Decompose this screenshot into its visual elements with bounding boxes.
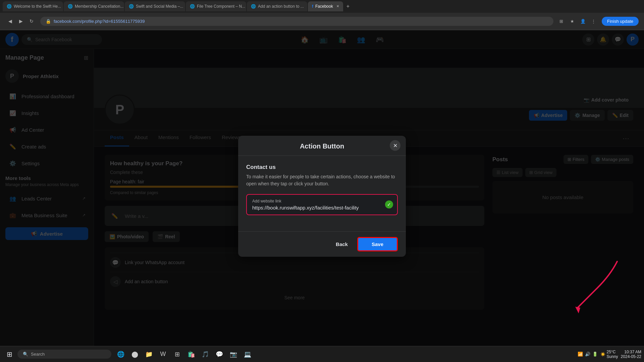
network-icon: 📶 bbox=[578, 352, 583, 357]
forward-nav-button[interactable]: ▶ bbox=[16, 16, 25, 26]
url-valid-icon: ✓ bbox=[385, 200, 393, 208]
address-bar: ◀ ▶ ↻ 🔒 facebook.com/profile.php?id=6155… bbox=[0, 13, 644, 30]
taskbar-weather: ☀️ 25°C Sunny bbox=[600, 350, 618, 359]
tab-favicon-facebook: f bbox=[312, 4, 313, 9]
tab-addaction[interactable]: 🌐 Add an action button to ... ✕ bbox=[247, 1, 307, 11]
modal-section-title: Contact us bbox=[246, 164, 398, 171]
modal-save-button[interactable]: Save bbox=[357, 237, 398, 251]
extensions-icon[interactable]: ⊞ bbox=[557, 17, 566, 25]
finish-update-button[interactable]: Finish update bbox=[602, 17, 639, 26]
browser-icons: ⊞ ★ 👤 ⋮ bbox=[557, 17, 598, 25]
arrow-annotation bbox=[557, 255, 624, 315]
tab-favicon-addaction: 🌐 bbox=[251, 4, 256, 9]
modal-title: Action Button bbox=[300, 142, 344, 150]
battery-icon: 🔋 bbox=[592, 352, 598, 357]
taskbar-search[interactable]: 🔍 Search bbox=[17, 350, 111, 359]
settings-icon[interactable]: ⋮ bbox=[590, 17, 598, 25]
volume-icon: 🔊 bbox=[585, 352, 590, 357]
url-input-value[interactable]: https://book.runswiftapp.xyz/facilities/… bbox=[252, 205, 392, 210]
back-nav-button[interactable]: ◀ bbox=[5, 16, 15, 26]
taskbar-spotify-icon[interactable]: 🎵 bbox=[199, 348, 212, 361]
taskbar: ⊞ 🔍 Search 🌐 ⬤ 📁 W ⊞ 🛍️ 🎵 💬 📷 💻 📶 🔊 🔋 ☀️… bbox=[0, 346, 644, 362]
taskbar-chrome-icon[interactable]: ⬤ bbox=[128, 348, 142, 361]
windows-start-button[interactable]: ⊞ bbox=[3, 348, 16, 361]
tab-filetree[interactable]: 🌐 File Tree Component – N... ✕ bbox=[186, 1, 246, 11]
reload-nav-button[interactable]: ↻ bbox=[27, 16, 36, 26]
url-bar[interactable]: 🔒 facebook.com/profile.php?id=6155561177… bbox=[40, 17, 553, 26]
browser-chrome: 🌐 Welcome to the Swift He... ✕ 🌐 Members… bbox=[0, 0, 644, 30]
taskbar-files-icon[interactable]: 📁 bbox=[142, 348, 156, 361]
weather-icon: ☀️ bbox=[600, 352, 605, 357]
modal-body: Contact us To make it easier for people … bbox=[238, 156, 406, 231]
lock-icon: 🔒 bbox=[46, 19, 51, 24]
tab-facebook[interactable]: f Facebook ✕ bbox=[308, 1, 343, 11]
tab-swift[interactable]: 🌐 Swift and Social Media –... ✕ bbox=[125, 1, 185, 11]
taskbar-icons: 🌐 ⬤ 📁 W ⊞ 🛍️ 🎵 💬 📷 💻 bbox=[114, 348, 254, 361]
taskbar-temp: 25°C bbox=[607, 350, 618, 354]
tab-membership[interactable]: 🌐 Membership Cancellation... ✕ bbox=[64, 1, 124, 11]
taskbar-search-icon: 🔍 bbox=[23, 352, 28, 357]
taskbar-word-icon[interactable]: W bbox=[156, 348, 170, 361]
taskbar-windows-icon[interactable]: ⊞ bbox=[170, 348, 184, 361]
modal-description: To make it easier for people to take cer… bbox=[246, 173, 398, 187]
new-tab-button[interactable]: + bbox=[344, 3, 352, 9]
tab-favicon-swift: 🌐 bbox=[129, 4, 134, 9]
taskbar-right: 📶 🔊 🔋 ☀️ 25°C Sunny 10:37 AM 2024-05-22 bbox=[578, 350, 641, 359]
url-text: facebook.com/profile.php?id=615556117759… bbox=[54, 19, 145, 24]
modal-overlay: Action Button ✕ Contact us To make it ea… bbox=[0, 30, 644, 362]
tab-bar: 🌐 Welcome to the Swift He... ✕ 🌐 Members… bbox=[0, 0, 644, 13]
url-input-wrapper[interactable]: Add website link https://book.runswiftap… bbox=[246, 194, 398, 215]
taskbar-store-icon[interactable]: 🛍️ bbox=[184, 348, 198, 361]
tab-favicon-welcome: 🌐 bbox=[7, 4, 12, 9]
taskbar-whatsapp-icon[interactable]: 💬 bbox=[213, 348, 226, 361]
tab-favicon-filetree: 🌐 bbox=[190, 4, 195, 9]
taskbar-camera-icon[interactable]: 📷 bbox=[227, 348, 240, 361]
svg-marker-0 bbox=[575, 307, 580, 313]
modal-back-button[interactable]: Back bbox=[330, 239, 353, 250]
modal-close-button[interactable]: ✕ bbox=[390, 140, 400, 151]
tab-close-facebook[interactable]: ✕ bbox=[336, 4, 339, 8]
action-button-modal: Action Button ✕ Contact us To make it ea… bbox=[238, 136, 406, 257]
tab-favicon-membership: 🌐 bbox=[68, 4, 73, 9]
taskbar-sys-icons: 📶 🔊 🔋 bbox=[578, 352, 598, 357]
url-input-label: Add website link bbox=[252, 199, 392, 203]
bookmark-icon[interactable]: ★ bbox=[568, 17, 576, 25]
tab-welcome[interactable]: 🌐 Welcome to the Swift He... ✕ bbox=[3, 1, 63, 11]
modal-header: Action Button ✕ bbox=[238, 136, 406, 156]
taskbar-time: 10:37 AM 2024-05-22 bbox=[621, 350, 641, 359]
modal-footer: Back Save bbox=[238, 231, 406, 257]
taskbar-vscode-icon[interactable]: 💻 bbox=[241, 348, 254, 361]
taskbar-edge-icon[interactable]: 🌐 bbox=[114, 348, 127, 361]
profile-icon[interactable]: 👤 bbox=[579, 17, 587, 25]
taskbar-weather-desc: Sunny bbox=[607, 354, 618, 359]
nav-buttons: ◀ ▶ ↻ bbox=[5, 16, 36, 26]
